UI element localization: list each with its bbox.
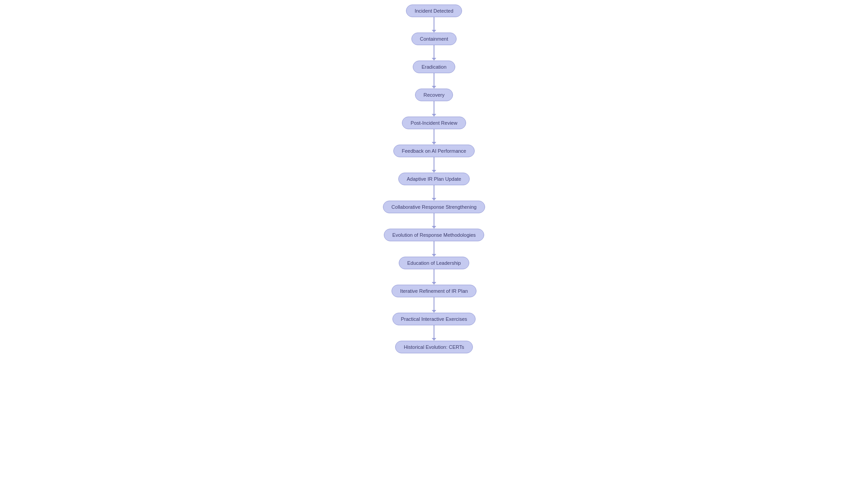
connector-2	[432, 73, 436, 89]
node-feedback-ai-performance: Feedback on AI Performance	[393, 145, 475, 157]
node-education-leadership: Education of Leadership	[399, 257, 470, 269]
connector-4	[432, 129, 436, 145]
node-adaptive-ir-plan: Adaptive IR Plan Update	[398, 173, 470, 185]
node-historical-evolution: Historical Evolution: CERTs	[395, 341, 473, 353]
flowchart-diagram: Incident DetectedContainmentEradicationR…	[344, 5, 524, 353]
connector-10	[432, 297, 436, 313]
node-iterative-refinement: Iterative Refinement of IR Plan	[392, 285, 476, 297]
node-eradication: Eradication	[413, 61, 455, 73]
node-containment: Containment	[411, 33, 457, 45]
node-incident-detected: Incident Detected	[406, 5, 462, 17]
node-post-incident-review: Post-Incident Review	[402, 117, 466, 129]
connector-7	[432, 213, 436, 229]
connector-5	[432, 157, 436, 173]
node-collaborative-response: Collaborative Response Strengthening	[383, 201, 485, 213]
connector-8	[432, 241, 436, 257]
node-practical-exercises: Practical Interactive Exercises	[392, 313, 476, 325]
connector-1	[432, 45, 436, 61]
node-recovery: Recovery	[415, 89, 453, 101]
connector-11	[432, 325, 436, 341]
connector-6	[432, 185, 436, 201]
connector-0	[432, 17, 436, 33]
connector-3	[432, 101, 436, 117]
node-evolution-response: Evolution of Response Methodologies	[384, 229, 485, 241]
connector-9	[432, 269, 436, 285]
